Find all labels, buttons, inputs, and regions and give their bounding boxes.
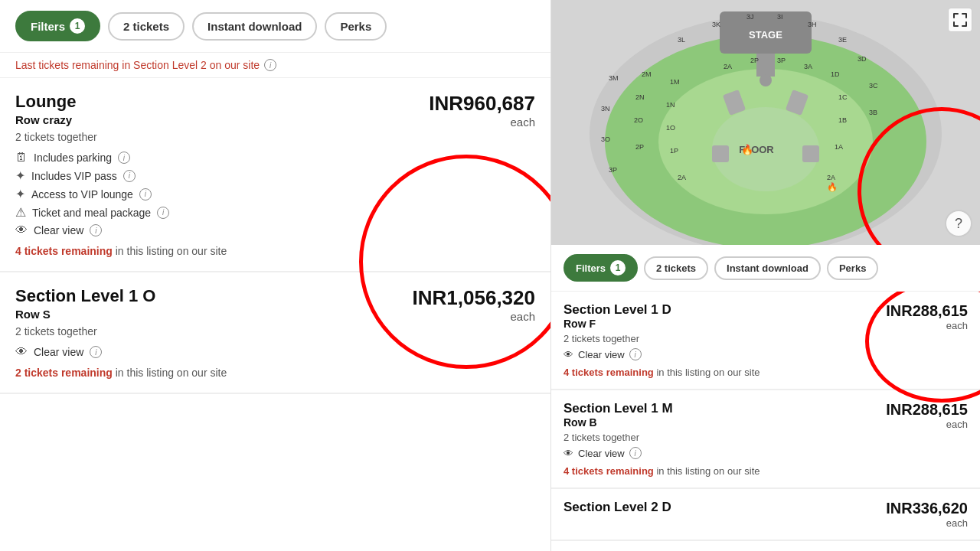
- filters-label: Filters: [31, 20, 65, 33]
- level1o-listing-right: INR1,056,320 each: [413, 286, 535, 323]
- lounge-row-label: Row crazy: [15, 113, 97, 126]
- lounge-tickets-together: 2 tickets together: [15, 131, 97, 143]
- lounge-listing[interactable]: Lounge Row crazy 2 tickets together INR9…: [0, 78, 550, 272]
- level1o-listing[interactable]: Section Level 1 O Row S 2 tickets togeth…: [0, 272, 550, 394]
- svg-text:3B: 3B: [869, 109, 877, 116]
- svg-text:3P: 3P: [609, 166, 617, 174]
- right-1m-section: Section Level 1 M: [564, 401, 673, 416]
- left-panel: Filters 1 2 tickets Instant download Per…: [0, 0, 551, 551]
- right-perks-label: Perks: [839, 262, 866, 274]
- right-1d-remaining-site: in this listing on our site: [656, 367, 760, 378]
- level1o-section-title: Section Level 1 O: [15, 286, 155, 306]
- svg-text:1M: 1M: [670, 78, 680, 86]
- right-2d-price: INR336,620: [886, 500, 968, 517]
- help-button[interactable]: ?: [945, 210, 972, 237]
- right-instant-label: Instant download: [727, 262, 808, 274]
- vip-lounge-info-icon[interactable]: i: [139, 188, 152, 201]
- svg-text:3C: 3C: [869, 82, 878, 90]
- lounge-remaining: 4 tickets remaining in this listing on o…: [15, 245, 535, 257]
- right-1d-clear-view: 👁 Clear view i: [564, 348, 968, 360]
- svg-text:3A: 3A: [804, 63, 812, 70]
- right-1m-info-icon[interactable]: i: [629, 447, 642, 459]
- svg-rect-45: [802, 145, 819, 162]
- svg-text:3H: 3H: [808, 21, 817, 28]
- svg-text:STAGE: STAGE: [749, 29, 782, 41]
- svg-text:3E: 3E: [838, 36, 847, 44]
- level1o-listing-left: Section Level 1 O Row S 2 tickets togeth…: [15, 286, 155, 337]
- right-listing-1m[interactable]: Section Level 1 M Row B 2 tickets togeth…: [551, 390, 980, 489]
- svg-text:2A: 2A: [827, 174, 835, 181]
- star2-icon: ✦: [15, 187, 25, 201]
- feature-vip-lounge: ✦ Access to VIP lounge i: [15, 187, 535, 201]
- level1o-listing-top: Section Level 1 O Row S 2 tickets togeth…: [15, 286, 535, 337]
- feature-clear-view-text: Clear view: [34, 224, 83, 236]
- lounge-features: 🗓 Includes parking i ✦ Includes VIP pass…: [15, 151, 535, 237]
- level1o-remaining-count: 2 tickets remaining: [15, 367, 113, 379]
- lounge-listing-right: INR960,687 each: [429, 92, 535, 129]
- clear-view-info-icon[interactable]: i: [90, 224, 102, 236]
- lounge-listing-left: Lounge Row crazy 2 tickets together: [15, 92, 97, 143]
- tickets-label: 2 tickets: [123, 20, 169, 33]
- right-instant-button[interactable]: Instant download: [714, 256, 821, 280]
- right-1m-each: each: [886, 419, 968, 430]
- feature-vip-lounge-text: Access to VIP lounge: [31, 188, 133, 201]
- tickets-button[interactable]: 2 tickets: [108, 12, 185, 41]
- right-1m-tickets: 2 tickets together: [564, 432, 673, 443]
- right-filters-bar: Filters 1 2 tickets Instant download Per…: [551, 245, 980, 292]
- right-1m-remaining-site: in this listing on our site: [656, 465, 760, 477]
- right-listing-1d[interactable]: Section Level 1 D Row F 2 tickets togeth…: [551, 292, 980, 390]
- svg-point-8: [760, 74, 772, 86]
- banner-info-icon[interactable]: i: [264, 59, 276, 71]
- svg-text:2A: 2A: [724, 63, 732, 70]
- svg-text:2M: 2M: [642, 70, 652, 78]
- instant-download-label: Instant download: [207, 20, 302, 33]
- right-1d-clear-view-text: Clear view: [578, 349, 625, 360]
- right-filters-button[interactable]: Filters 1: [564, 254, 638, 282]
- level1o-remaining: 2 tickets remaining in this listing on o…: [15, 367, 535, 379]
- vip-pass-info-icon[interactable]: i: [123, 170, 136, 182]
- perks-label: Perks: [340, 20, 371, 33]
- svg-text:2A: 2A: [678, 174, 686, 181]
- instant-download-button[interactable]: Instant download: [192, 12, 317, 41]
- feature-meal: ⚠ Ticket and meal package i: [15, 205, 535, 220]
- right-listing-2d-right: INR336,620 each: [886, 500, 968, 529]
- svg-text:3N: 3N: [601, 105, 610, 112]
- right-listing-1m-left: Section Level 1 M Row B 2 tickets togeth…: [564, 401, 673, 443]
- right-listing-1d-right: INR288,615 each: [886, 302, 968, 331]
- right-tickets-button[interactable]: 2 tickets: [644, 256, 708, 280]
- parking-info-icon[interactable]: i: [118, 152, 130, 164]
- right-ticket-listings: Section Level 1 D Row F 2 tickets togeth…: [551, 292, 980, 551]
- right-1d-section: Section Level 1 D: [564, 302, 671, 318]
- filters-badge: 1: [70, 18, 85, 34]
- svg-text:3M: 3M: [609, 74, 619, 82]
- feature-meal-text: Ticket and meal package: [32, 207, 151, 219]
- right-1d-info-icon[interactable]: i: [629, 348, 642, 360]
- level1o-clear-view: 👁 Clear view i: [15, 345, 535, 359]
- right-listing-2d[interactable]: Section Level 2 D INR336,620 each: [551, 489, 980, 541]
- star-icon: ✦: [15, 168, 25, 183]
- right-1m-clear-view: 👁 Clear view i: [564, 447, 968, 459]
- level1o-info-icon[interactable]: i: [90, 346, 102, 358]
- left-filters-bar: Filters 1 2 tickets Instant download Per…: [0, 0, 550, 53]
- level1o-row-label: Row S: [15, 308, 155, 321]
- svg-text:1P: 1P: [670, 147, 678, 155]
- meal-info-icon[interactable]: i: [157, 207, 169, 219]
- right-listing-1m-right: INR288,615 each: [886, 401, 968, 430]
- level1o-each: each: [413, 310, 535, 323]
- right-1m-price: INR288,615: [886, 401, 968, 419]
- feature-parking-text: Includes parking: [34, 152, 112, 164]
- level1o-clear-view-text: Clear view: [34, 346, 83, 358]
- right-2d-each: each: [886, 517, 968, 529]
- lounge-each: each: [429, 116, 535, 129]
- fullscreen-button[interactable]: [948, 8, 972, 32]
- level1o-price: INR1,056,320: [413, 286, 535, 310]
- filters-button[interactable]: Filters 1: [15, 11, 100, 41]
- right-perks-button[interactable]: Perks: [827, 256, 878, 280]
- lounge-remaining-site: in this listing on our site: [116, 245, 227, 257]
- last-tickets-text: Last tickets remaining in Section Level …: [15, 59, 260, 71]
- level1o-remaining-site: in this listing on our site: [116, 367, 227, 379]
- perks-button[interactable]: Perks: [325, 12, 387, 41]
- venue-map[interactable]: STAGE FLOOR 🔥 3L 3K 3J 3I 3H 3E 3D 3C 3B…: [551, 0, 980, 245]
- svg-text:1O: 1O: [666, 124, 675, 132]
- lounge-section-title: Lounge: [15, 92, 97, 112]
